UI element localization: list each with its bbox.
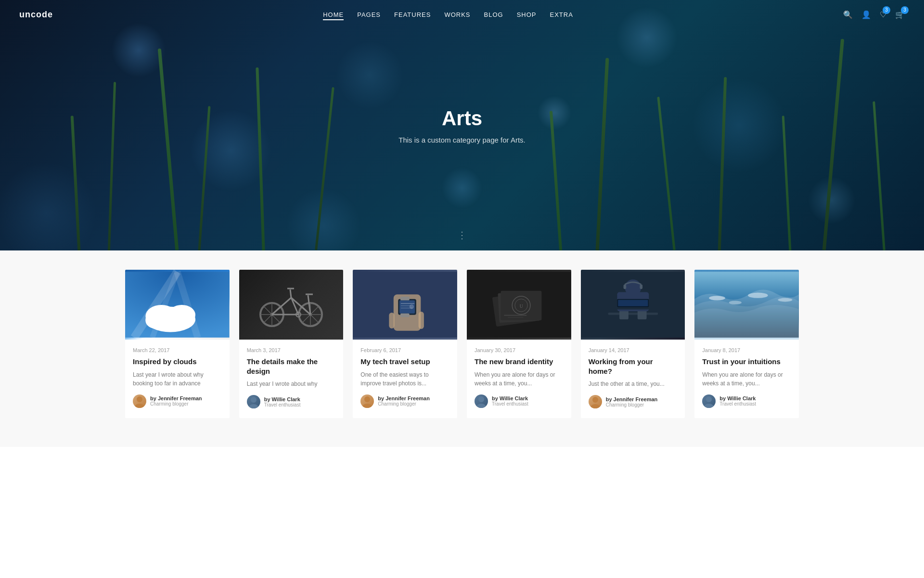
svg-point-74 (778, 298, 793, 302)
card-5: January 14, 2017 Working from your home?… (581, 270, 685, 418)
svg-rect-43 (389, 313, 395, 328)
card-2-date: March 3, 2017 (247, 347, 336, 353)
card-2-author: by Willie Clark Travel enthusiast (247, 395, 336, 408)
card-4-author: by Willie Clark Travel enthusiast (475, 394, 564, 408)
svg-point-75 (729, 301, 742, 304)
card-2-excerpt: Last year I wrote about why (247, 380, 336, 388)
nav-shop[interactable]: SHOP (517, 11, 537, 18)
nav-actions: 🔍 👤 ♡ 3 🛒 3 (843, 10, 905, 19)
card-6-author-name: by Willie Clark (719, 395, 756, 401)
card-1-excerpt: Last year I wrote about why booking too … (133, 370, 222, 388)
svg-rect-38 (400, 314, 410, 317)
hero-subtitle: This is a custom category page for Arts. (398, 136, 525, 144)
svg-rect-55 (508, 317, 524, 317)
card-3-avatar (360, 394, 374, 408)
card-4-title[interactable]: The new brand identity (475, 357, 564, 367)
card-1: March 22, 2017 Inspired by clouds Last y… (125, 270, 230, 418)
card-5-body: January 14, 2017 Working from your home?… (581, 340, 685, 418)
card-4-image[interactable]: U (467, 270, 571, 340)
card-2-author-info: by Willie Clark Travel enthusiast (264, 396, 301, 407)
svg-point-56 (478, 396, 484, 402)
card-4-author-name: by Willie Clark (492, 395, 528, 401)
svg-point-77 (704, 404, 714, 408)
card-1-date: March 22, 2017 (133, 347, 222, 353)
svg-point-32 (249, 404, 258, 408)
card-3-title[interactable]: My tech travel setup (360, 357, 449, 367)
card-5-date: January 14, 2017 (589, 347, 678, 353)
card-3-author-info: by Jennifer Freeman Charming blogger (378, 395, 430, 407)
svg-point-31 (251, 397, 257, 403)
card-6-body: January 8, 2017 Trust in your intuitions… (694, 340, 799, 418)
svg-point-73 (748, 293, 768, 298)
card-4-author-role: Travel enthusiast (492, 401, 528, 407)
card-1-avatar (133, 394, 146, 408)
card-4: U January 30, 2017 The new brand identit… (467, 270, 571, 418)
card-2-avatar (247, 395, 260, 408)
logo[interactable]: uncode (19, 10, 53, 20)
svg-rect-54 (504, 315, 526, 316)
card-5-title[interactable]: Working from your home? (589, 357, 678, 376)
nav-blog[interactable]: BLOG (484, 11, 503, 18)
nav-works[interactable]: WORKS (444, 11, 470, 18)
card-4-avatar (475, 394, 488, 408)
card-3-author-name: by Jennifer Freeman (378, 395, 430, 401)
card-5-author-info: by Jennifer Freeman Charming blogger (606, 396, 658, 407)
card-1-image[interactable] (125, 270, 230, 340)
wishlist-badge: 3 (883, 6, 890, 14)
hero-title: Arts (398, 107, 525, 130)
svg-rect-68 (640, 285, 642, 289)
card-3-excerpt: One of the easiest ways to improve trave… (360, 370, 449, 388)
card-6-date: January 8, 2017 (702, 347, 791, 353)
card-2-image[interactable] (239, 270, 344, 340)
svg-point-8 (137, 396, 142, 402)
card-4-excerpt: When you are alone for days or weeks at … (475, 370, 564, 388)
card-5-author-role: Charming blogger (606, 402, 658, 407)
card-1-author-name: by Jennifer Freeman (150, 395, 202, 401)
card-1-author-role: Charming blogger (150, 401, 202, 407)
card-5-excerpt: Just the other at a time, you... (589, 380, 678, 388)
svg-point-46 (362, 404, 372, 408)
card-6-image[interactable] (694, 270, 799, 340)
card-5-avatar (589, 395, 602, 408)
svg-line-22 (272, 298, 291, 315)
hero-content: Arts This is a custom category page for … (398, 107, 525, 144)
card-5-image[interactable] (581, 270, 685, 340)
card-6-author-info: by Willie Clark Travel enthusiast (719, 395, 756, 407)
card-6-author-role: Travel enthusiast (719, 401, 756, 407)
blog-cards-section: March 22, 2017 Inspired by clouds Last y… (0, 250, 924, 447)
svg-rect-44 (419, 312, 424, 329)
svg-point-45 (364, 396, 370, 402)
card-6: January 8, 2017 Trust in your intuitions… (694, 270, 799, 418)
card-3-image[interactable] (353, 270, 457, 340)
svg-point-42 (410, 304, 414, 309)
card-6-avatar (702, 394, 716, 408)
card-6-title[interactable]: Trust in your intuitions (702, 357, 791, 367)
svg-point-7 (145, 313, 168, 329)
card-3-date: February 6, 2017 (360, 347, 449, 353)
cart-icon[interactable]: 🛒 3 (895, 10, 905, 19)
card-1-author-info: by Jennifer Freeman Charming blogger (150, 395, 202, 407)
wishlist-icon[interactable]: ♡ 3 (880, 10, 886, 19)
card-2-title[interactable]: The details make the design (247, 357, 336, 376)
svg-point-6 (168, 305, 195, 325)
card-2: March 3, 2017 The details make the desig… (239, 270, 344, 418)
card-1-title[interactable]: Inspired by clouds (133, 357, 222, 367)
svg-point-72 (709, 296, 725, 300)
card-3-author-role: Charming blogger (378, 401, 430, 407)
card-3-author: by Jennifer Freeman Charming blogger (360, 394, 449, 408)
card-4-date: January 30, 2017 (475, 347, 564, 353)
svg-point-57 (476, 404, 486, 408)
user-icon[interactable]: 👤 (861, 10, 871, 19)
card-2-author-role: Travel enthusiast (264, 402, 301, 407)
nav-features[interactable]: FEATURES (394, 11, 431, 18)
nav-extra[interactable]: EXTRA (550, 11, 573, 18)
svg-text:U: U (520, 304, 523, 309)
card-4-body: January 30, 2017 The new brand identity … (467, 340, 571, 418)
card-1-body: March 22, 2017 Inspired by clouds Last y… (125, 340, 230, 418)
search-icon[interactable]: 🔍 (843, 10, 853, 19)
card-3: February 6, 2017 My tech travel setup On… (353, 270, 457, 418)
card-1-author: by Jennifer Freeman Charming blogger (133, 394, 222, 408)
nav-pages[interactable]: PAGES (357, 11, 381, 18)
hero-section: Arts This is a custom category page for … (0, 0, 924, 250)
nav-home[interactable]: HOME (323, 11, 344, 20)
